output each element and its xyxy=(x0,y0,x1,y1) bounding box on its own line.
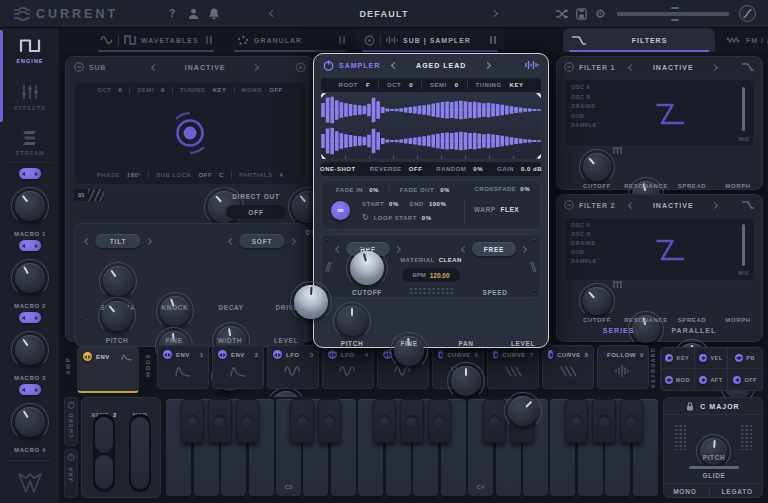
speed-mode-selector[interactable]: FREE xyxy=(462,242,526,256)
mod-wheel[interactable] xyxy=(129,414,151,492)
collapse-icon[interactable] xyxy=(564,200,574,210)
scale-name[interactable]: C MAJOR xyxy=(700,403,739,410)
start-marker[interactable] xyxy=(321,93,326,98)
mod-dot-icon[interactable] xyxy=(493,350,498,359)
oct-value[interactable]: 0 xyxy=(409,82,413,88)
mix-slider[interactable] xyxy=(742,224,745,266)
start-value[interactable]: 0% xyxy=(389,201,399,207)
reverse-value[interactable]: OFF xyxy=(409,166,423,172)
mod-source-vel[interactable]: VEL xyxy=(695,348,729,369)
mono-button[interactable]: MONO xyxy=(673,488,696,495)
output-monitor-icon[interactable] xyxy=(295,62,306,73)
power-icon[interactable] xyxy=(323,60,334,71)
source-osc-b[interactable]: OSC B xyxy=(571,94,597,100)
volume-handle-top[interactable] xyxy=(671,7,679,9)
piano-keyboard[interactable]: C3C4 xyxy=(165,397,659,498)
amp-env-dot-icon[interactable] xyxy=(83,352,92,361)
preset-prev-icon[interactable] xyxy=(269,10,276,17)
one-shot-toggle[interactable]: ONE-SHOT xyxy=(320,166,356,172)
sampler-pan-knob[interactable] xyxy=(451,366,481,396)
shuffle-icon[interactable] xyxy=(556,9,568,19)
semi-value[interactable]: 0 xyxy=(161,87,165,94)
sublock-note[interactable]: C xyxy=(219,172,224,179)
source-grains[interactable]: GRAINS xyxy=(571,240,597,246)
mod-dot-icon[interactable] xyxy=(438,350,443,359)
piano-black-key[interactable] xyxy=(373,399,397,443)
soft-prev-icon[interactable] xyxy=(228,237,235,244)
parallel-button[interactable]: PARALLEL xyxy=(671,327,716,334)
keytrack-icon[interactable] xyxy=(613,281,622,289)
sampler-cutoff-knob[interactable] xyxy=(350,251,384,285)
sublock-value[interactable]: OFF xyxy=(199,172,213,179)
tilt-prev-icon[interactable] xyxy=(84,237,91,244)
sampler-pitch-knob[interactable] xyxy=(337,306,367,336)
gain-value[interactable]: 0.0 dB xyxy=(521,166,542,172)
knock-knob[interactable] xyxy=(160,296,190,326)
mod-source-off[interactable]: OFF xyxy=(728,369,762,390)
source-osc-b[interactable]: OSC B xyxy=(571,231,597,237)
direct-out-toggle[interactable]: OFF xyxy=(226,205,286,219)
collapse-icon[interactable] xyxy=(74,62,84,72)
hpf-prev-icon[interactable] xyxy=(335,245,342,252)
sidebar-item-stream[interactable]: STREAM xyxy=(0,130,60,156)
mod-source-key[interactable]: KEY xyxy=(661,348,695,369)
legato-button[interactable]: LEGATO xyxy=(722,488,753,495)
macro-4-knob[interactable] xyxy=(15,407,45,437)
mod-card-lfo-4[interactable]: LFO4 xyxy=(322,345,374,389)
macro-2-knob[interactable] xyxy=(15,263,45,293)
piano-black-key[interactable] xyxy=(208,399,232,443)
sample-next-icon[interactable] xyxy=(484,61,491,68)
piano-black-key[interactable] xyxy=(483,399,507,443)
bpm-value[interactable]: 120.00 xyxy=(430,272,450,279)
velocity-curve-button[interactable] xyxy=(739,5,756,22)
drag-handle-icon[interactable] xyxy=(206,36,212,44)
fade-in-value[interactable]: 0% xyxy=(369,187,379,193)
tab-sub-sampler[interactable]: SUB | SAMPLER xyxy=(356,28,504,52)
tab-filters[interactable]: FILTERS xyxy=(563,28,715,52)
piano-black-key[interactable] xyxy=(318,399,342,443)
filter-type-icon[interactable] xyxy=(741,62,755,72)
soft-next-icon[interactable] xyxy=(289,237,296,244)
sampler-level-knob[interactable] xyxy=(508,396,538,426)
sub-pitch-knob[interactable] xyxy=(102,301,132,331)
partials-value[interactable]: 4 xyxy=(280,172,284,179)
preset-next-icon[interactable] xyxy=(491,10,498,17)
volume-handle-bottom[interactable] xyxy=(671,19,679,21)
bell-icon[interactable] xyxy=(209,8,219,20)
mod-card-curve-8[interactable]: CURVE8 xyxy=(542,345,594,389)
source-sample[interactable]: SAMPLE xyxy=(571,122,597,128)
end-value[interactable]: 100% xyxy=(429,201,446,207)
waveform-view-icon[interactable] xyxy=(525,60,539,70)
chord-strip[interactable]: CHORD xyxy=(64,397,78,446)
tilt-next-icon[interactable] xyxy=(145,237,152,244)
filter-preset-next-icon[interactable] xyxy=(711,201,718,208)
tuning-value[interactable]: KEY xyxy=(213,87,227,94)
macro-4-mode-button[interactable] xyxy=(19,384,41,395)
preset-name[interactable]: DEFAULT xyxy=(304,9,464,19)
speed-mode-value[interactable]: FREE xyxy=(472,242,516,256)
mod-dot-icon[interactable] xyxy=(328,350,337,359)
tuning-value[interactable]: KEY xyxy=(510,82,524,88)
piano-black-key[interactable] xyxy=(428,399,452,443)
source-osc-a[interactable]: OSC A xyxy=(571,84,597,90)
source-sample[interactable]: SAMPLE xyxy=(571,258,597,264)
crossfade-value[interactable]: 0% xyxy=(520,186,530,192)
glide-slider[interactable] xyxy=(689,466,739,469)
mix-slider[interactable] xyxy=(742,87,745,131)
hpf-next-icon[interactable] xyxy=(394,245,401,252)
tab-granular[interactable]: GRANULAR xyxy=(228,28,353,52)
filter-type-icon[interactable] xyxy=(741,200,755,210)
series-button[interactable]: SERIES xyxy=(603,327,635,334)
loop-mode-button[interactable]: ∞ xyxy=(331,201,350,220)
filter-preset-next-icon[interactable] xyxy=(711,63,718,70)
mod-drop-zone[interactable] xyxy=(740,424,752,450)
sampler-speed-knob[interactable] xyxy=(294,285,328,319)
mod-dot-icon[interactable] xyxy=(548,350,553,359)
settings-gear-icon[interactable]: ⚙ xyxy=(595,7,606,21)
mod-card-env-2[interactable]: ENV2 xyxy=(212,345,264,389)
loop-restart-icon[interactable]: ↻ xyxy=(362,214,369,222)
piano-black-key[interactable] xyxy=(565,399,589,443)
phase-value[interactable]: 180° xyxy=(127,172,141,179)
source-osc-a[interactable]: OSC A xyxy=(571,222,597,228)
loop-start-value[interactable]: 0% xyxy=(422,215,432,221)
